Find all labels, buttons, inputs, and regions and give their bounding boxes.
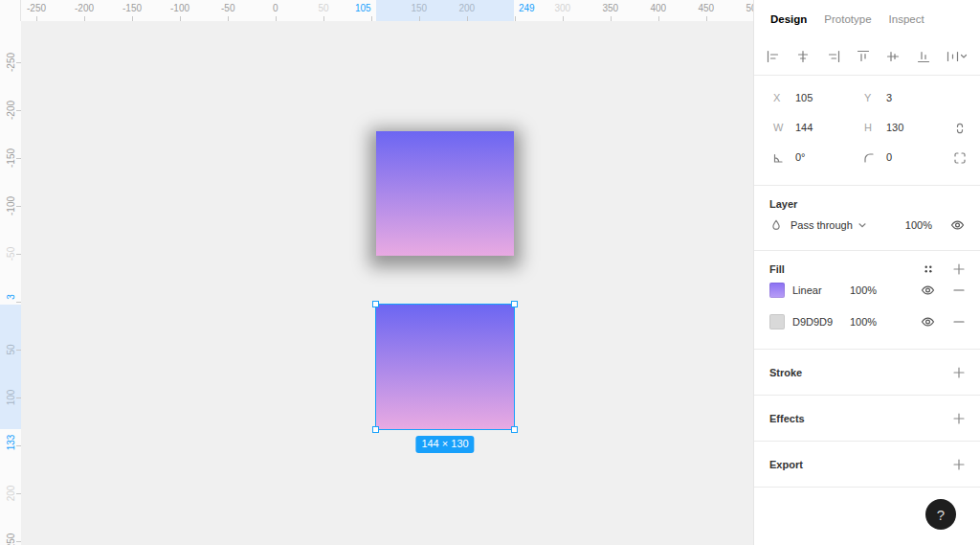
- ruler-label: -250: [6, 53, 16, 72]
- constrain-proportions-icon[interactable]: [953, 122, 967, 135]
- fill-visibility-eye-icon-2[interactable]: [921, 315, 935, 329]
- ruler-label: 200: [459, 3, 476, 13]
- blend-mode-select[interactable]: Pass through: [791, 219, 853, 231]
- fill-opacity-input[interactable]: 100%: [850, 284, 877, 296]
- gradient-square-with-shadow[interactable]: [376, 131, 514, 256]
- layer-opacity-input[interactable]: 100%: [905, 219, 932, 231]
- export-section: Export: [754, 442, 980, 488]
- ruler-tick: [371, 16, 372, 21]
- ruler-tick: [16, 254, 21, 255]
- ruler-label: 133: [6, 434, 16, 450]
- ruler-label: -50: [6, 247, 16, 261]
- ruler-label: 500: [746, 3, 754, 13]
- ruler-label: 400: [651, 3, 667, 13]
- add-fill-icon[interactable]: [953, 263, 965, 275]
- align-vertical-centers-icon[interactable]: [886, 50, 900, 63]
- independent-corners-icon[interactable]: [953, 151, 967, 165]
- figma-window: 144 × 130 -250-200-150-100-5005010515020…: [0, 0, 980, 545]
- align-right-icon[interactable]: [827, 50, 840, 63]
- fill-swatch-linear-gradient[interactable]: [769, 283, 785, 298]
- ruler-label: 150: [412, 3, 428, 13]
- horizontal-ruler[interactable]: -250-200-150-100-50050105150200249300350…: [0, 0, 753, 21]
- ruler-tick: [515, 16, 516, 21]
- add-effect-icon[interactable]: [953, 413, 965, 424]
- canvas[interactable]: 144 × 130: [0, 0, 753, 545]
- ruler-label: -150: [6, 148, 16, 168]
- help-button[interactable]: ?: [925, 499, 956, 530]
- rotation-input[interactable]: 0°: [795, 151, 806, 163]
- ruler-label: 0: [273, 3, 278, 13]
- ruler-label: -150: [122, 3, 142, 13]
- remove-fill-icon-2[interactable]: [953, 316, 965, 328]
- distribute-spacing-dropdown[interactable]: [947, 50, 968, 63]
- vertical-ruler[interactable]: -250-200-150-100-50350100133200250: [0, 0, 21, 545]
- ruler-tick: [658, 16, 659, 21]
- fill-type-label[interactable]: Linear: [792, 284, 850, 296]
- ruler-tick: [228, 16, 229, 21]
- x-input[interactable]: 105: [795, 92, 813, 103]
- ruler-label: -250: [27, 3, 46, 13]
- ruler-tick: [611, 16, 612, 21]
- ruler-selection-band: [376, 0, 514, 21]
- tab-inspect[interactable]: Inspect: [889, 13, 924, 25]
- add-stroke-icon[interactable]: [953, 367, 965, 378]
- ruler-tick: [16, 397, 21, 398]
- fill-section: Fill Linear 100%: [754, 251, 980, 350]
- ruler-tick: [16, 302, 21, 303]
- ruler-tick: [467, 16, 468, 21]
- resize-handle-top-left[interactable]: [372, 301, 379, 307]
- properties-panel: Design Prototype Inspect: [753, 0, 980, 545]
- layer-section: Layer Pass through 100%: [754, 186, 980, 251]
- align-top-icon[interactable]: [857, 50, 870, 63]
- ruler-label: -100: [170, 3, 189, 13]
- styles-icon[interactable]: [922, 262, 935, 276]
- resize-handle-top-right[interactable]: [511, 301, 518, 307]
- ruler-tick: [16, 62, 21, 63]
- remove-fill-icon[interactable]: [953, 284, 965, 296]
- ruler-label: -200: [75, 3, 94, 13]
- fill-swatch-solid-gray[interactable]: [769, 314, 785, 329]
- align-bottom-icon[interactable]: [917, 50, 930, 63]
- resize-handle-bottom-left[interactable]: [372, 426, 379, 433]
- selected-gradient-square[interactable]: [376, 305, 514, 429]
- ruler-tick: [706, 16, 707, 21]
- fill-opacity-input-2[interactable]: 100%: [850, 316, 877, 328]
- transform-section: X 105 Y 3 W 144 H 130 0°: [754, 76, 980, 186]
- ruler-label: 350: [603, 3, 619, 13]
- rotation-icon: [771, 151, 785, 165]
- ruler-label: 100: [6, 390, 16, 406]
- tab-design[interactable]: Design: [770, 13, 807, 25]
- y-input[interactable]: 3: [886, 92, 892, 103]
- ruler-label: 249: [519, 3, 535, 13]
- stroke-section: Stroke: [754, 350, 980, 396]
- ruler-tick: [16, 206, 21, 207]
- blend-mode-icon: [769, 218, 783, 232]
- resize-handle-bottom-right[interactable]: [511, 426, 518, 433]
- ruler-corner: [0, 0, 21, 21]
- ruler-label: 50: [319, 3, 329, 13]
- add-export-icon[interactable]: [953, 459, 965, 470]
- height-input[interactable]: 130: [886, 122, 903, 133]
- tab-prototype[interactable]: Prototype: [824, 13, 871, 25]
- chevron-down-icon[interactable]: [858, 221, 866, 229]
- ruler-tick: [16, 158, 21, 159]
- ruler-label: 200: [6, 486, 16, 502]
- x-label: X: [773, 92, 780, 103]
- ruler-tick: [419, 16, 420, 21]
- panel-tabs: Design Prototype Inspect: [754, 0, 980, 38]
- ruler-label: -200: [6, 101, 16, 120]
- effects-section-title: Effects: [769, 413, 805, 424]
- align-left-icon[interactable]: [767, 50, 780, 63]
- fill-visibility-eye-icon[interactable]: [921, 284, 935, 297]
- ruler-tick: [84, 16, 85, 21]
- ruler-label: 105: [355, 3, 371, 13]
- ruler-label: -50: [221, 3, 234, 13]
- ruler-tick: [132, 16, 133, 21]
- ruler-tick: [16, 110, 21, 111]
- fill-hex-label[interactable]: D9D9D9: [792, 316, 850, 328]
- width-input[interactable]: 144: [795, 122, 813, 133]
- ruler-tick: [180, 16, 181, 21]
- layer-visibility-eye-icon[interactable]: [950, 218, 965, 232]
- align-horizontal-centers-icon[interactable]: [796, 50, 810, 63]
- corner-radius-input[interactable]: 0: [886, 151, 892, 163]
